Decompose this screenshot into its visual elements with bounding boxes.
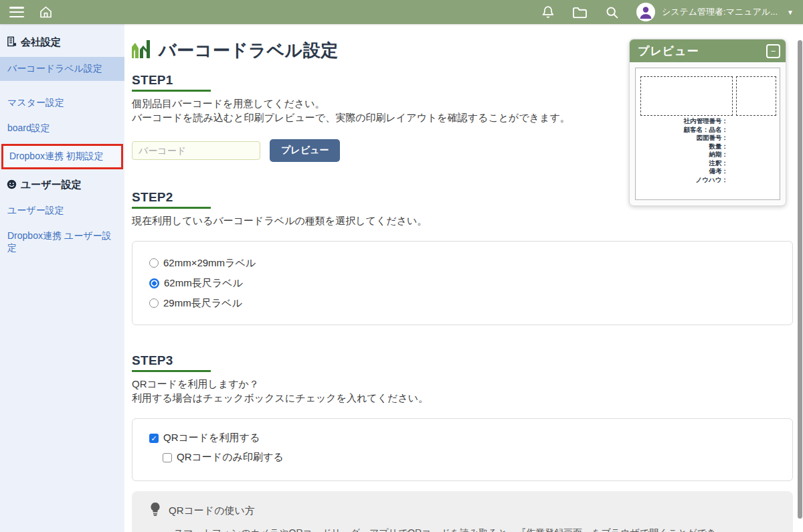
barcode-placeholder-row <box>640 76 776 116</box>
radio-option-62x29[interactable]: 62mm×29mmラベル <box>149 253 776 273</box>
top-bar-left <box>9 5 53 19</box>
step2-description: 現在利用しているバーコードラベルの種類を選択してください。 <box>132 213 803 228</box>
preview-button[interactable]: プレビュー <box>270 139 340 162</box>
app-window: システム管理者:マニュアル... ▼ 会社設定 バーコードラベル設定 マスター設… <box>0 0 803 532</box>
qr-usage-infobox: QRコードの使い方 スマートフォンのカメラやQRコードリーダーアプリでQRコード… <box>132 491 793 532</box>
sidebar: 会社設定 バーコードラベル設定 マスター設定 board設定 Dropbox連携… <box>0 24 124 532</box>
label-field: 注釈： <box>640 159 728 168</box>
checkbox-qr-only-print[interactable]: QRコードのみ印刷する <box>163 448 776 467</box>
radio-option-62mm-long[interactable]: 62mm長尺ラベル <box>149 273 776 293</box>
preview-panel-header: プレビュー − <box>630 39 786 62</box>
radio-label: 29mm長尺ラベル <box>163 297 242 310</box>
checkbox-checked-icon[interactable]: ✓ <box>149 434 159 443</box>
radio-option-29mm-long[interactable]: 29mm長尺ラベル <box>149 293 776 313</box>
label-field: ノウハウ： <box>640 176 728 185</box>
barcode-placeholder <box>640 76 733 116</box>
checkbox-label: QRコードを利用する <box>163 432 260 444</box>
step3-underline <box>132 370 211 372</box>
radio-icon[interactable] <box>149 298 159 308</box>
caret-down-icon[interactable]: ▼ <box>787 9 794 16</box>
label-field: 社内管理番号： <box>640 117 728 126</box>
sidebar-item-barcode-label-settings[interactable]: バーコードラベル設定 <box>0 57 124 81</box>
barcode-input[interactable] <box>132 141 260 160</box>
step1-underline <box>132 90 211 92</box>
preview-panel-body: 社内管理番号： 顧客名：品名： 図面番号： 数量： 納期： 注釈： 備考： ノウ… <box>630 62 786 205</box>
sidebar-item-user-settings[interactable]: ユーザー設定 <box>0 199 124 222</box>
sidebar-section-user: ユーザー設定 <box>0 173 124 197</box>
qr-options-box: ✓ QRコードを利用する QRコードのみ印刷する <box>132 418 793 481</box>
minimize-icon[interactable]: − <box>766 44 780 58</box>
radio-label: 62mm×29mmラベル <box>163 257 256 270</box>
checkbox-icon[interactable] <box>163 453 172 462</box>
lightbulb-icon <box>151 503 160 519</box>
top-bar-right: システム管理者:マニュアル... ▼ <box>524 3 794 21</box>
step3-description-line1: QRコードを利用しますか？ <box>132 377 803 391</box>
preview-panel-title: プレビュー <box>638 43 699 59</box>
step3-heading: STEP3 <box>132 353 803 368</box>
sidebar-section-label: 会社設定 <box>21 36 61 49</box>
label-field: 顧客名：品名： <box>640 126 728 135</box>
step2-section: STEP2 現在利用しているバーコードラベルの種類を選択してください。 62mm… <box>132 190 803 325</box>
label-field: 数量： <box>640 143 728 151</box>
radio-selected-icon[interactable] <box>149 278 159 288</box>
user-name-label: システム管理者:マニュアル... <box>662 6 778 18</box>
smiley-icon <box>7 179 17 191</box>
sidebar-section-company: 会社設定 <box>0 31 124 54</box>
radio-icon[interactable] <box>149 258 159 268</box>
label-field: 図面番号： <box>640 134 728 143</box>
label-preview-canvas: 社内管理番号： 顧客名：品名： 図面番号： 数量： 納期： 注釈： 備考： ノウ… <box>635 68 780 200</box>
sidebar-item-dropbox-user-settings[interactable]: Dropbox連携 ユーザー設定 <box>0 225 124 260</box>
avatar[interactable] <box>636 3 655 21</box>
infobox-body-line1: スマートフォンのカメラやQRコードリーダーアプリでQRコードを読み取ると、『作業… <box>174 525 774 532</box>
infobox-body: スマートフォンのカメラやQRコードリーダーアプリでQRコードを読み取ると、『作業… <box>174 525 774 532</box>
label-field: 備考： <box>640 167 728 176</box>
step2-underline <box>132 207 211 209</box>
sidebar-section-label: ユーザー設定 <box>21 179 82 191</box>
radio-label: 62mm長尺ラベル <box>164 277 243 290</box>
sidebar-item-board-settings[interactable]: board設定 <box>0 117 124 140</box>
page-title: バーコードラベル設定 <box>159 39 339 62</box>
sidebar-item-master-settings[interactable]: マスター設定 <box>0 92 124 114</box>
folder-icon[interactable] <box>572 6 588 19</box>
infobox-header: QRコードの使い方 <box>151 503 774 519</box>
top-bar: システム管理者:マニュアル... ▼ <box>0 0 803 24</box>
building-icon <box>7 36 17 49</box>
label-type-box: 62mm×29mmラベル 62mm長尺ラベル 29mm長尺ラベル <box>132 241 793 325</box>
home-icon[interactable] <box>39 5 53 19</box>
search-icon[interactable] <box>605 5 619 19</box>
sidebar-item-dropbox-initial-settings[interactable]: Dropbox連携 初期設定 <box>1 144 123 169</box>
bell-icon[interactable] <box>541 5 555 19</box>
step3-description-line2: 利用する場合はチェックボックスにチェックを入れてください。 <box>132 391 803 405</box>
label-field-list: 社内管理番号： 顧客名：品名： 図面番号： 数量： 納期： 注釈： 備考： ノウ… <box>640 117 728 184</box>
page-scrollbar[interactable] <box>798 40 802 519</box>
qr-placeholder <box>736 76 776 116</box>
infobox-title: QRコードの使い方 <box>169 505 255 517</box>
menu-icon[interactable] <box>9 7 24 17</box>
app-logo-icon <box>132 40 152 61</box>
preview-panel: プレビュー − 社内管理番号： 顧客名：品名： 図面番号： 数量： 納期： 注釈… <box>629 39 786 206</box>
checkbox-use-qr[interactable]: ✓ QRコードを利用する <box>149 428 776 448</box>
checkbox-label: QRコードのみ印刷する <box>177 451 284 464</box>
label-field: 納期： <box>640 151 728 159</box>
step3-section: STEP3 QRコードを利用しますか？ 利用する場合はチェックボックスにチェック… <box>132 353 803 481</box>
